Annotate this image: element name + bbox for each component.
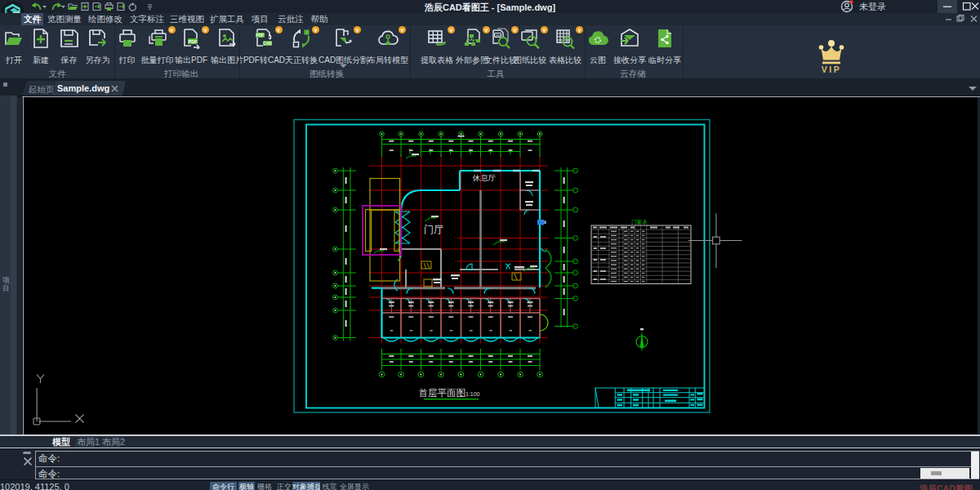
svg-text:DWG: DWG [494, 34, 501, 38]
svg-text:门窗表: 门窗表 [631, 219, 648, 225]
svg-text:PDF: PDF [188, 39, 198, 44]
svg-text:CAD: CAD [263, 42, 272, 46]
svg-text:VIP: VIP [822, 65, 841, 74]
svg-text:休息厅: 休息厅 [472, 173, 497, 182]
svg-text:门厅: 门厅 [424, 224, 443, 235]
svg-text:首层平面图1:100: 首层平面图1:100 [418, 388, 479, 398]
svg-text:PDF: PDF [256, 33, 264, 38]
svg-text:未登录: 未登录 [859, 2, 886, 11]
